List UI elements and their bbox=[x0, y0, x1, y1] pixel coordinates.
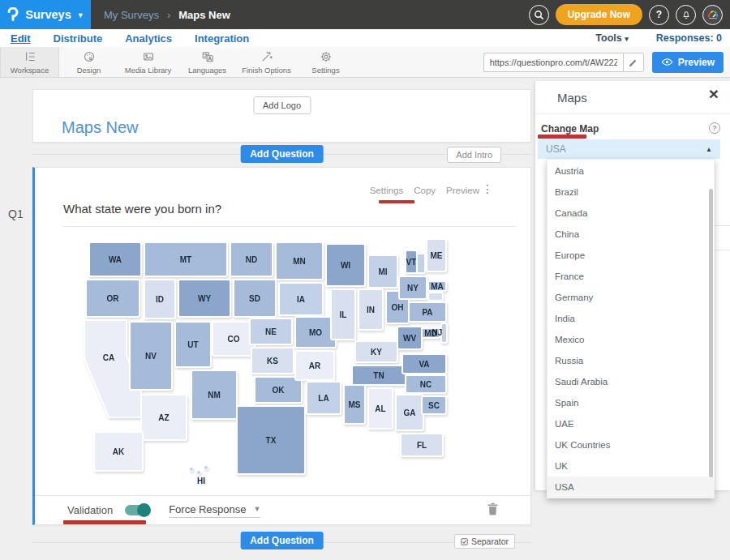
state-label-ID: ID bbox=[156, 295, 164, 304]
map-option-brazil[interactable]: Brazil bbox=[548, 182, 714, 203]
breadcrumb-separator: › bbox=[167, 9, 170, 21]
bell-icon bbox=[681, 9, 692, 20]
add-question-button-top[interactable]: Add Question bbox=[240, 145, 324, 163]
responses-count[interactable]: Responses: 0 bbox=[656, 32, 722, 44]
add-logo-button[interactable]: Add Logo bbox=[253, 96, 311, 114]
map-option-india[interactable]: India bbox=[548, 308, 714, 329]
state-label-IA: IA bbox=[297, 295, 305, 304]
state-label-NM: NM bbox=[208, 391, 221, 400]
state-HI[interactable] bbox=[204, 466, 208, 470]
editor-canvas: Add Logo Maps New Add Question Add Intro… bbox=[0, 78, 730, 560]
scrollbar-thumb[interactable] bbox=[709, 189, 713, 477]
question-text[interactable]: What state were you born in? bbox=[63, 202, 221, 216]
state-label-PA: PA bbox=[422, 308, 432, 317]
state-label-MS: MS bbox=[349, 400, 361, 409]
state-label-OK: OK bbox=[273, 386, 286, 395]
tab-analytics[interactable]: Analytics bbox=[125, 32, 172, 45]
palette-icon bbox=[82, 50, 97, 63]
toolbar-item-media-library[interactable]: Media Library bbox=[118, 47, 178, 77]
edit-url-button[interactable] bbox=[623, 53, 644, 72]
question-settings-link[interactable]: Settings bbox=[370, 186, 404, 195]
state-CT[interactable] bbox=[428, 293, 443, 301]
toolbar-item-workspace[interactable]: Workspace bbox=[0, 47, 59, 77]
state-label-MI: MI bbox=[378, 267, 387, 276]
chevron-down-icon: ▾ bbox=[625, 35, 629, 43]
change-map-select[interactable]: USA ▲ bbox=[538, 139, 720, 159]
state-label-NC: NC bbox=[420, 380, 432, 389]
survey-header-card: Add Logo Maps New bbox=[32, 89, 531, 143]
upgrade-now-button[interactable]: Upgrade Now bbox=[556, 4, 642, 25]
state-label-MA: MA bbox=[431, 282, 444, 291]
magic-wand-icon bbox=[260, 50, 274, 63]
map-option-russia[interactable]: Russia bbox=[548, 350, 714, 371]
map-option-china[interactable]: China bbox=[548, 224, 714, 245]
map-option-usa[interactable]: USA bbox=[548, 477, 714, 498]
toolbar-item-settings[interactable]: Settings bbox=[296, 47, 355, 77]
state-label-GA: GA bbox=[404, 408, 416, 417]
state-label-NE: NE bbox=[265, 327, 277, 336]
help-button[interactable]: ? bbox=[649, 5, 669, 25]
maps-settings-panel: Maps × Change Map ? USA ▲ AustriaBrazilC… bbox=[535, 81, 730, 490]
state-label-NJ: NJ bbox=[432, 328, 443, 337]
product-name: Surveys bbox=[25, 8, 71, 21]
delete-question-button[interactable] bbox=[487, 502, 498, 519]
state-HI[interactable] bbox=[190, 468, 194, 472]
question-preview-link[interactable]: Preview bbox=[446, 186, 479, 195]
product-switcher[interactable]: Surveys ▼ bbox=[0, 0, 91, 29]
toolbar-item-finish-options[interactable]: Finish Options bbox=[237, 47, 296, 77]
map-option-france[interactable]: France bbox=[548, 266, 714, 287]
notifications-button[interactable] bbox=[676, 5, 696, 25]
kebab-menu-icon[interactable]: ⋮ bbox=[482, 182, 493, 195]
tab-distribute[interactable]: Distribute bbox=[54, 32, 103, 45]
map-option-canada[interactable]: Canada bbox=[548, 203, 714, 224]
preview-button[interactable]: Preview bbox=[652, 52, 724, 73]
account-menu-button[interactable] bbox=[702, 5, 723, 25]
map-option-germany[interactable]: Germany bbox=[548, 287, 714, 308]
state-label-MO: MO bbox=[309, 328, 322, 337]
map-option-mexico[interactable]: Mexico bbox=[548, 329, 714, 350]
selected-map-value: USA bbox=[546, 143, 566, 155]
panel-section-edge bbox=[715, 225, 730, 226]
state-label-MT: MT bbox=[180, 255, 191, 264]
force-response-dropdown[interactable]: Force Response ▼ bbox=[169, 503, 260, 518]
toolbar-item-languages[interactable]: Languages bbox=[178, 47, 237, 77]
tools-menu[interactable]: Tools ▾ bbox=[595, 32, 628, 44]
usa-map: WAORCAIDNVUTAZMTWYCONMNDSDNEKSOKTXMNIAMO… bbox=[77, 237, 449, 490]
map-option-uk[interactable]: UK bbox=[548, 455, 714, 477]
add-question-row-top: Add Question Add Intro bbox=[32, 143, 531, 167]
breadcrumb-parent[interactable]: My Surveys bbox=[104, 9, 159, 21]
state-label-MN: MN bbox=[293, 257, 306, 266]
add-question-row-bottom: Add Question Separator bbox=[32, 525, 531, 560]
map-option-austria[interactable]: Austria bbox=[548, 160, 714, 182]
separator-button[interactable]: Separator bbox=[454, 534, 515, 549]
survey-title[interactable]: Maps New bbox=[62, 118, 138, 137]
state-label-NY: NY bbox=[407, 284, 419, 293]
map-option-uae[interactable]: UAE bbox=[548, 413, 714, 434]
state-label-AK: AK bbox=[113, 447, 125, 456]
state-NH[interactable] bbox=[417, 254, 425, 273]
close-icon[interactable]: × bbox=[709, 85, 719, 102]
toolbar-item-design[interactable]: Design bbox=[59, 47, 118, 77]
toggle-knob bbox=[137, 503, 151, 517]
help-icon[interactable]: ? bbox=[709, 122, 720, 134]
add-intro-button[interactable]: Add Intro bbox=[447, 147, 501, 163]
search-button[interactable] bbox=[529, 5, 549, 25]
chevron-down-icon: ▼ bbox=[254, 505, 261, 513]
eye-icon bbox=[661, 58, 673, 66]
validation-toggle[interactable] bbox=[125, 505, 149, 515]
question-text-underline bbox=[63, 226, 516, 227]
change-map-label: Change Map bbox=[541, 123, 599, 135]
tab-edit[interactable]: Edit bbox=[11, 32, 31, 45]
question-copy-link[interactable]: Copy bbox=[414, 186, 436, 195]
add-question-button-bottom[interactable]: Add Question bbox=[240, 532, 324, 549]
map-option-uk-countries[interactable]: UK Countries bbox=[548, 434, 714, 455]
state-label-OR: OR bbox=[107, 294, 120, 303]
map-option-europe[interactable]: Europe bbox=[548, 245, 714, 266]
map-option-saudi-arabia[interactable]: Saudi Arabia bbox=[548, 371, 714, 392]
state-HI[interactable] bbox=[197, 471, 201, 475]
map-option-spain[interactable]: Spain bbox=[548, 392, 714, 413]
state-label-NV: NV bbox=[145, 352, 157, 361]
tab-integration[interactable]: Integration bbox=[195, 32, 249, 45]
survey-url-input[interactable] bbox=[483, 53, 623, 72]
pencil-icon bbox=[629, 58, 638, 67]
